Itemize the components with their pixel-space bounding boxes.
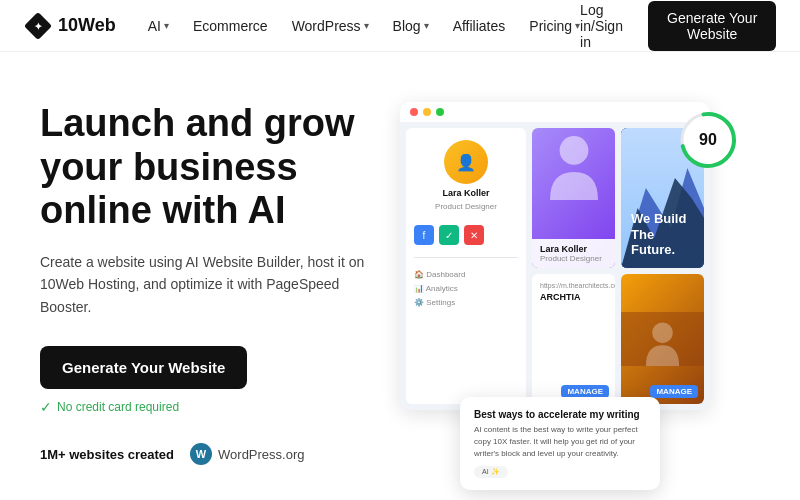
- divider: [414, 257, 518, 258]
- nav-right: Log in/Sign in Generate Your Website: [580, 1, 776, 51]
- nav-pricing[interactable]: Pricing ▾: [529, 18, 580, 34]
- login-link[interactable]: Log in/Sign in: [580, 2, 636, 50]
- photo-manage-btn[interactable]: MANAGE: [650, 385, 698, 398]
- svg-point-10: [652, 322, 673, 343]
- logo-label: 10Web: [58, 15, 116, 36]
- icon-check: ✓: [439, 225, 459, 245]
- nav-affiliates[interactable]: Affiliates: [453, 18, 506, 34]
- logo[interactable]: ✦ 10Web: [24, 12, 116, 40]
- user-name: Lara Koller: [442, 188, 489, 198]
- user-avatar: 👤: [444, 140, 488, 184]
- speed-score-badge: 90: [678, 110, 738, 174]
- ai-card-title: Best ways to accelerate my writing: [474, 409, 646, 420]
- future-text: We Build The Future.: [631, 211, 694, 258]
- sites-badge: 1M+ websites created: [40, 447, 174, 462]
- dashboard-panel: 👤 Lara Koller Product Designer f ✓ ✕ 🏠 D…: [400, 102, 710, 410]
- hero-section: Launch and grow your business online wit…: [0, 52, 800, 500]
- bottom-badges: 1M+ websites created W WordPress.org: [40, 443, 380, 465]
- nav-cta-button[interactable]: Generate Your Website: [648, 1, 776, 51]
- ai-writing-card: Best ways to accelerate my writing AI co…: [460, 397, 660, 490]
- person-card: Lara Koller Product Designer: [532, 128, 615, 268]
- user-role: Product Designer: [435, 202, 497, 211]
- hero-content: Launch and grow your business online wit…: [40, 92, 380, 465]
- browser-topbar: [400, 102, 710, 122]
- dot-green: [436, 108, 444, 116]
- ai-chip: AI ✨: [474, 466, 508, 478]
- photo-card-2: MANAGE: [621, 274, 704, 404]
- svg-text:90: 90: [699, 131, 717, 148]
- card-person-name: Lara Koller: [540, 244, 607, 254]
- icon-x: ✕: [464, 225, 484, 245]
- sidebar-panel: 👤 Lara Koller Product Designer f ✓ ✕ 🏠 D…: [406, 128, 526, 404]
- dot-yellow: [423, 108, 431, 116]
- nav-items: 🏠 Dashboard 📊 Analytics ⚙️ Settings: [414, 270, 518, 307]
- hero-title: Launch and grow your business online wit…: [40, 102, 380, 233]
- icon-facebook: f: [414, 225, 434, 245]
- sidebar-icons: f ✓ ✕: [414, 225, 518, 245]
- archtia-card: https://m.thearchitects.com ARCHTIA MANA…: [532, 274, 615, 404]
- caret-icon: ▾: [164, 20, 169, 31]
- no-credit-card-note: ✓ No credit card required: [40, 399, 380, 415]
- hero-subtitle: Create a website using AI Website Builde…: [40, 251, 380, 318]
- caret-icon-2: ▾: [364, 20, 369, 31]
- card-overlay: Lara Koller Product Designer: [532, 239, 615, 268]
- hero-cta-button[interactable]: Generate Your Website: [40, 346, 247, 389]
- archtia-url: https://m.thearchitects.com: [540, 282, 607, 289]
- person-silhouette: [532, 128, 615, 208]
- card-person-role: Product Designer: [540, 254, 607, 263]
- logo-icon: ✦: [24, 12, 52, 40]
- navbar: ✦ 10Web AI ▾ Ecommerce WordPress ▾ Blog …: [0, 0, 800, 52]
- archtia-name: ARCHTIA: [540, 292, 607, 302]
- svg-text:✦: ✦: [34, 21, 43, 32]
- dot-red: [410, 108, 418, 116]
- svg-point-5: [559, 136, 588, 165]
- ai-card-body: AI content is the best way to write your…: [474, 424, 646, 460]
- nav-wordpress[interactable]: WordPress ▾: [292, 18, 369, 34]
- caret-icon-3: ▾: [424, 20, 429, 31]
- wp-logo-icon: W: [190, 443, 212, 465]
- nav-ai[interactable]: AI ▾: [148, 18, 169, 34]
- nav-blog[interactable]: Blog ▾: [393, 18, 429, 34]
- nav-ecommerce[interactable]: Ecommerce: [193, 18, 268, 34]
- check-icon: ✓: [40, 399, 52, 415]
- wp-badge: W WordPress.org: [190, 443, 304, 465]
- nav-links: AI ▾ Ecommerce WordPress ▾ Blog ▾ Affili…: [148, 18, 580, 34]
- hero-mockup: 90 👤 Lara Koller Product Designer: [400, 92, 760, 500]
- mockup-grid: 👤 Lara Koller Product Designer f ✓ ✕ 🏠 D…: [400, 122, 710, 410]
